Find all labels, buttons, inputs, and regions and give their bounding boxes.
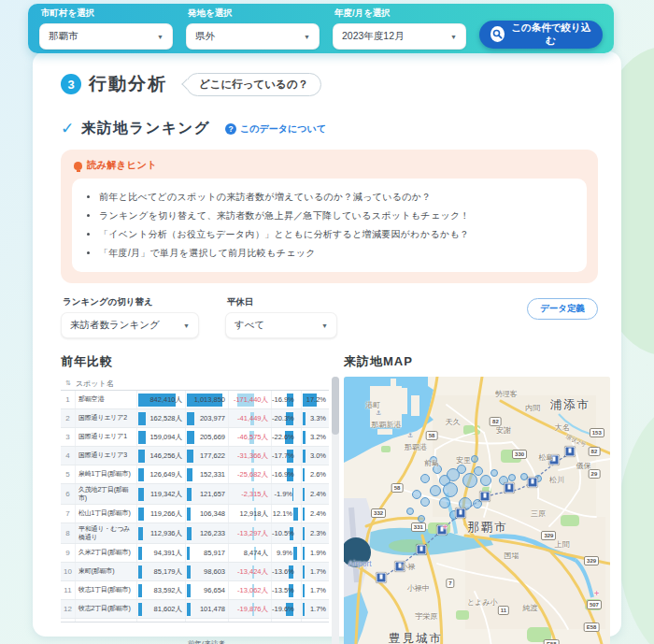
main-card: 3 行動分析 どこに行っているの？ ✓ 来訪地ランキング ? このデータについて… — [33, 51, 621, 637]
origin-filter: 発地を選択 県外 ▼ — [186, 7, 320, 50]
about-data-label: このデータについて — [240, 122, 326, 136]
comp-cell: 2.4% — [301, 505, 329, 522]
map-marker[interactable] — [490, 469, 498, 477]
map-marker[interactable] — [406, 508, 414, 515]
map-marker[interactable] — [520, 473, 528, 480]
table-row[interactable]: 4国際通りエリア3146,256人177,622-31,366人-17.7%3.… — [61, 447, 329, 465]
table-row[interactable]: 5泉崎1丁目(那覇市)126,649人152,331-25,682人-16.9%… — [61, 465, 329, 484]
map-marker[interactable] — [439, 497, 450, 508]
municipality-select[interactable]: 那覇市 ▼ — [39, 23, 173, 50]
map-marker[interactable] — [474, 466, 483, 476]
map-marker[interactable] — [412, 490, 421, 499]
pct-cell: 9.9% — [271, 544, 301, 562]
prev-year-cell — [185, 619, 228, 622]
day-type-select[interactable]: すべて ▼ — [225, 312, 337, 338]
visitors-cell: 85,179人 — [136, 563, 185, 580]
ranking-switch-select[interactable]: 来訪者数ランキング ▼ — [61, 312, 199, 338]
visitors-cell: 159,094人 — [136, 428, 185, 446]
map-label: 大名 — [555, 422, 570, 432]
spot-name-cell: 久米2丁目(那覇市) — [75, 544, 136, 562]
map-marker[interactable] — [420, 474, 430, 483]
map-panel: 来訪地MAP — [344, 353, 610, 644]
lightbulb-icon — [74, 162, 82, 170]
comp-cell: 1.7% — [301, 563, 329, 580]
map-marker[interactable] — [430, 485, 441, 496]
municipality-value: 那覇市 — [49, 30, 78, 43]
monorail-station-icon — [480, 492, 490, 502]
table-row[interactable]: 10東町(那覇市)85,179人98,603-13,424人-13.6%1.7% — [61, 563, 329, 581]
pct-cell: -16.9% — [271, 391, 301, 408]
ranking-switch-label: ランキングの切り替え — [63, 296, 199, 308]
about-data-link[interactable]: ? このデータについて — [225, 122, 326, 136]
map-marker[interactable] — [420, 497, 430, 507]
comparison-table-body: 1那覇空港842,410人1,013,850-171,440人-16.9%17.… — [61, 391, 329, 622]
section-speech-bubble: どこに行っているの？ — [186, 73, 321, 96]
comp-cell: 17.2% — [301, 391, 329, 408]
spot-name-cell: 国際通りエリア1 — [75, 428, 136, 446]
table-row[interactable]: 8平和通り・むつみ橋通り112,936人126,233-13,297人-10.5… — [61, 523, 329, 544]
filter-submit-button[interactable]: この条件で絞り込む — [479, 21, 603, 49]
map-marker[interactable] — [508, 474, 516, 481]
section-number-badge: 3 — [61, 74, 81, 94]
origin-select[interactable]: 県外 ▼ — [186, 23, 320, 50]
diff-cell: 12,918人 — [228, 505, 271, 522]
period-label: 年度/月を選択 — [334, 7, 466, 20]
chevron-down-icon: ▼ — [321, 322, 328, 329]
map-marker[interactable] — [480, 475, 491, 486]
monorail-station-icon — [376, 572, 386, 582]
spot-name-cell: 那覇空港 — [75, 391, 136, 408]
table-row[interactable]: 6久茂地2丁目(那覇市)119,342人121,657-2,315人-1.9%2… — [61, 484, 329, 505]
table-row[interactable]: 12牧志2丁目(那覇市)81,602人101,478-19,876人-19.6%… — [61, 600, 329, 619]
map-marker[interactable] — [443, 482, 458, 497]
table-row[interactable]: 7松山1丁目(那覇市)119,266人106,34812,918人12.1%2.… — [61, 505, 329, 523]
spot-name-cell: 平和通り・むつみ橋通り — [75, 523, 136, 543]
ranking-switch-value: 来訪者数ランキング — [70, 319, 160, 332]
pct-cell: -19.6% — [271, 600, 301, 618]
comparison-table-footer: 来訪者数 前年(来訪者数) 前年差 前年比 構成比 — [61, 622, 329, 644]
map-label: 小禄中 — [407, 583, 430, 594]
map-marker[interactable] — [471, 455, 478, 463]
map-label: 勢理客 — [495, 388, 518, 398]
comparison-table: ⇅ スポット名 1那覇空港842,410人1,013,850-171,440人-… — [61, 377, 329, 644]
spot-name-cell: 国際通りエリア2 — [75, 409, 136, 427]
day-type-value: すべて — [235, 319, 264, 332]
road-shield: 82 — [589, 447, 601, 456]
table-row[interactable]: 2国際通りエリア2162,528人203,977-41,449人-20.3%3.… — [61, 409, 329, 428]
spot-name-cell: 牧志1丁目(那覇市) — [75, 581, 136, 599]
spot-name-cell: 松山1丁目(那覇市) — [75, 505, 136, 522]
section-header: 3 行動分析 どこに行っているの？ — [61, 72, 598, 96]
map-label: 国場 — [505, 550, 519, 560]
monorail-station-icon — [528, 478, 538, 488]
table-row[interactable]: 9久米2丁目(那覇市)94,391人85,9178,474人9.9%1.9% — [61, 544, 329, 563]
map-marker[interactable] — [418, 515, 425, 522]
table-scrollbar-thumb[interactable] — [332, 377, 339, 435]
table-row[interactable]: 1那覇空港842,410人1,013,850-171,440人-16.9%17.… — [61, 391, 329, 409]
map-marker[interactable] — [457, 465, 466, 474]
map-label: とよみ小 — [467, 597, 498, 608]
anchor-icon: ⚓ — [407, 432, 413, 439]
map-label: 前島 — [424, 458, 439, 468]
table-row[interactable]: 11牧志1丁目(那覇市)83,592人96,654-13,062人-13.5%1… — [61, 581, 329, 600]
road-shield: 330 — [512, 450, 527, 459]
map-label: 浦添市 — [550, 396, 591, 412]
comp-cell: 1.9% — [301, 544, 329, 562]
filter-bar: 市町村を選択 那覇市 ▼ 発地を選択 県外 ▼ 年度/月を選択 2023年度12… — [28, 4, 614, 53]
hint-item: 前年と比べてどのスポットの来訪者数が増えているのか？減っているのか？ — [99, 191, 572, 204]
visit-map[interactable]: 8258330153822958332331329329711507E58E58… — [344, 377, 610, 644]
data-definition-button[interactable]: データ定義 — [527, 298, 598, 320]
map-label: 安里 — [456, 455, 471, 465]
hint-item: ランキングを切り替えて、来訪者数が急上昇／急下降しているスポットもチェック！ — [99, 209, 572, 222]
map-label: 上間 — [555, 538, 570, 549]
comparison-table-header[interactable]: ⇅ スポット名 — [61, 377, 329, 391]
table-row[interactable]: 3国際通りエリア1159,094人205,669-46,575人-22.6%3.… — [61, 428, 329, 447]
spot-name-cell: 牧志2丁目(那覇市) — [75, 600, 136, 618]
period-select[interactable]: 2023年度12月 ▼ — [333, 23, 466, 50]
visitors-cell: 126,649人 — [136, 465, 185, 483]
prev-year-cell: 203,977 — [185, 409, 228, 427]
visitors-cell: 842,410人 — [136, 391, 185, 408]
hint-list-panel: 前年と比べてどのスポットの来訪者数が増えているのか？減っているのか？ ランキング… — [72, 179, 587, 272]
road-shield: 153 — [590, 428, 604, 437]
pct-cell: 12.1% — [271, 505, 301, 522]
hint-item: 「年度/月」で単月を選択して前月比較もチェック — [99, 247, 572, 260]
table-scrollbar[interactable] — [332, 377, 339, 644]
